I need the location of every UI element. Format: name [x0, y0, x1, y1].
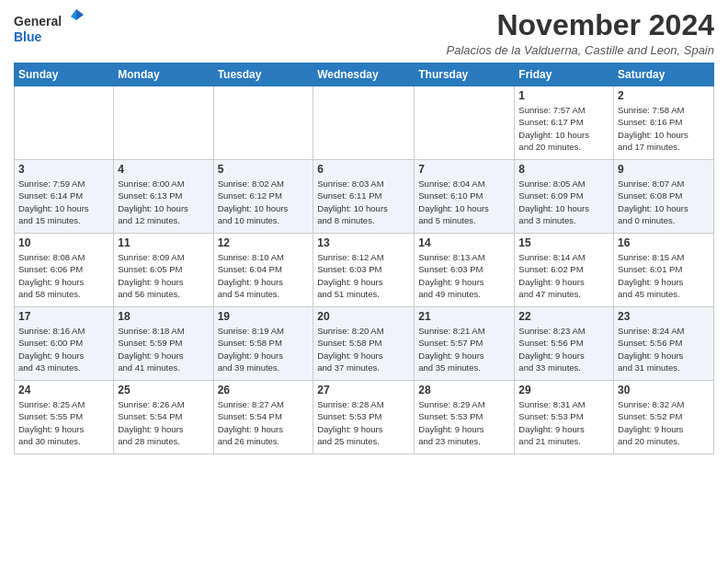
day-info: Sunrise: 8:13 AM Sunset: 6:03 PM Dayligh…	[418, 251, 510, 300]
day-number: 24	[18, 384, 109, 396]
title-block: November 2024 Palacios de la Valduerna, …	[447, 9, 715, 57]
day-info: Sunrise: 8:07 AM Sunset: 6:08 PM Dayligh…	[618, 178, 710, 226]
day-number: 28	[418, 384, 510, 396]
day-number: 3	[18, 163, 109, 176]
day-info: Sunrise: 8:03 AM Sunset: 6:11 PM Dayligh…	[317, 178, 410, 226]
day-number: 30	[618, 384, 710, 396]
calendar-day-cell: 22Sunrise: 8:23 AM Sunset: 5:56 PM Dayli…	[515, 307, 614, 381]
day-info: Sunrise: 8:15 AM Sunset: 6:01 PM Dayligh…	[618, 251, 710, 300]
day-info: Sunrise: 8:05 AM Sunset: 6:09 PM Dayligh…	[518, 178, 609, 226]
day-info: Sunrise: 8:08 AM Sunset: 6:06 PM Dayligh…	[18, 251, 109, 300]
day-info: Sunrise: 8:26 AM Sunset: 5:54 PM Dayligh…	[118, 398, 209, 447]
weekday-header: Saturday	[614, 63, 714, 86]
day-info: Sunrise: 8:25 AM Sunset: 5:55 PM Dayligh…	[18, 398, 109, 447]
day-number: 8	[518, 163, 609, 176]
day-number: 16	[618, 236, 710, 249]
day-info: Sunrise: 8:23 AM Sunset: 5:56 PM Dayligh…	[518, 325, 609, 373]
day-number: 4	[118, 163, 209, 176]
day-number: 21	[418, 310, 510, 323]
page-header: General Blue November 2024 Palacios de l…	[14, 9, 714, 57]
calendar-day-cell: 16Sunrise: 8:15 AM Sunset: 6:01 PM Dayli…	[614, 234, 714, 307]
day-number: 15	[518, 236, 609, 249]
calendar-day-cell: 28Sunrise: 8:29 AM Sunset: 5:53 PM Dayli…	[415, 381, 515, 454]
day-info: Sunrise: 8:20 AM Sunset: 5:58 PM Dayligh…	[317, 325, 410, 373]
calendar-day-cell	[114, 86, 213, 160]
weekday-header: Tuesday	[213, 63, 313, 86]
calendar-day-cell: 27Sunrise: 8:28 AM Sunset: 5:53 PM Dayli…	[313, 381, 415, 454]
logo: General Blue	[14, 9, 85, 45]
day-info: Sunrise: 8:32 AM Sunset: 5:52 PM Dayligh…	[618, 398, 710, 447]
day-number: 6	[317, 163, 410, 176]
day-info: Sunrise: 8:12 AM Sunset: 6:03 PM Dayligh…	[317, 251, 410, 300]
day-info: Sunrise: 8:04 AM Sunset: 6:10 PM Dayligh…	[418, 178, 510, 226]
calendar-day-cell: 1Sunrise: 7:57 AM Sunset: 6:17 PM Daylig…	[515, 86, 614, 160]
calendar-day-cell: 9Sunrise: 8:07 AM Sunset: 6:08 PM Daylig…	[614, 160, 714, 234]
day-info: Sunrise: 8:27 AM Sunset: 5:54 PM Dayligh…	[218, 398, 310, 447]
calendar-day-cell: 30Sunrise: 8:32 AM Sunset: 5:52 PM Dayli…	[614, 381, 714, 454]
calendar-day-cell: 13Sunrise: 8:12 AM Sunset: 6:03 PM Dayli…	[313, 234, 415, 307]
day-number: 1	[518, 89, 609, 102]
calendar-week-row: 10Sunrise: 8:08 AM Sunset: 6:06 PM Dayli…	[15, 234, 714, 307]
day-info: Sunrise: 8:10 AM Sunset: 6:04 PM Dayligh…	[218, 251, 310, 300]
day-info: Sunrise: 8:29 AM Sunset: 5:53 PM Dayligh…	[418, 398, 510, 447]
day-number: 18	[118, 310, 209, 323]
calendar-day-cell: 15Sunrise: 8:14 AM Sunset: 6:02 PM Dayli…	[515, 234, 614, 307]
day-info: Sunrise: 8:31 AM Sunset: 5:53 PM Dayligh…	[518, 398, 609, 447]
day-info: Sunrise: 8:00 AM Sunset: 6:13 PM Dayligh…	[118, 178, 209, 226]
calendar-day-cell: 18Sunrise: 8:18 AM Sunset: 5:59 PM Dayli…	[114, 307, 213, 381]
day-number: 19	[218, 310, 310, 323]
day-number: 11	[118, 236, 209, 249]
calendar-day-cell: 14Sunrise: 8:13 AM Sunset: 6:03 PM Dayli…	[415, 234, 515, 307]
calendar-day-cell	[213, 86, 313, 160]
day-number: 26	[218, 384, 310, 396]
svg-marker-0	[76, 9, 84, 20]
calendar-day-cell: 24Sunrise: 8:25 AM Sunset: 5:55 PM Dayli…	[15, 381, 114, 454]
calendar-day-cell: 5Sunrise: 8:02 AM Sunset: 6:12 PM Daylig…	[213, 160, 313, 234]
calendar-day-cell: 25Sunrise: 8:26 AM Sunset: 5:54 PM Dayli…	[114, 381, 213, 454]
calendar-day-cell: 8Sunrise: 8:05 AM Sunset: 6:09 PM Daylig…	[515, 160, 614, 234]
weekday-header: Thursday	[415, 63, 515, 86]
day-number: 12	[218, 236, 310, 249]
day-info: Sunrise: 8:09 AM Sunset: 6:05 PM Dayligh…	[118, 251, 209, 300]
day-number: 27	[317, 384, 410, 396]
calendar-day-cell	[15, 86, 114, 160]
calendar-day-cell: 11Sunrise: 8:09 AM Sunset: 6:05 PM Dayli…	[114, 234, 213, 307]
month-title: November 2024	[447, 9, 715, 41]
calendar-week-row: 3Sunrise: 7:59 AM Sunset: 6:14 PM Daylig…	[15, 160, 714, 234]
day-number: 23	[618, 310, 710, 323]
calendar-day-cell: 23Sunrise: 8:24 AM Sunset: 5:56 PM Dayli…	[614, 307, 714, 381]
day-number: 17	[18, 310, 109, 323]
weekday-header: Friday	[515, 63, 614, 86]
calendar-day-cell	[415, 86, 515, 160]
day-info: Sunrise: 7:58 AM Sunset: 6:16 PM Dayligh…	[618, 104, 710, 153]
logo-blue-text: Blue	[14, 29, 41, 44]
svg-marker-1	[71, 9, 76, 20]
calendar-day-cell	[313, 86, 415, 160]
day-info: Sunrise: 8:16 AM Sunset: 6:00 PM Dayligh…	[18, 325, 109, 373]
day-info: Sunrise: 8:18 AM Sunset: 5:59 PM Dayligh…	[118, 325, 209, 373]
calendar-day-cell: 20Sunrise: 8:20 AM Sunset: 5:58 PM Dayli…	[313, 307, 415, 381]
day-info: Sunrise: 8:19 AM Sunset: 5:58 PM Dayligh…	[218, 325, 310, 373]
calendar-day-cell: 6Sunrise: 8:03 AM Sunset: 6:11 PM Daylig…	[313, 160, 415, 234]
calendar-week-row: 24Sunrise: 8:25 AM Sunset: 5:55 PM Dayli…	[15, 381, 714, 454]
calendar-day-cell: 10Sunrise: 8:08 AM Sunset: 6:06 PM Dayli…	[15, 234, 114, 307]
calendar-day-cell: 19Sunrise: 8:19 AM Sunset: 5:58 PM Dayli…	[213, 307, 313, 381]
calendar-day-cell: 2Sunrise: 7:58 AM Sunset: 6:16 PM Daylig…	[614, 86, 714, 160]
day-number: 22	[518, 310, 609, 323]
day-info: Sunrise: 7:59 AM Sunset: 6:14 PM Dayligh…	[18, 178, 109, 226]
day-number: 10	[18, 236, 109, 249]
calendar-header-row: SundayMondayTuesdayWednesdayThursdayFrid…	[15, 63, 714, 86]
day-number: 20	[317, 310, 410, 323]
logo-flag-icon	[67, 7, 85, 26]
weekday-header: Sunday	[15, 63, 114, 86]
day-info: Sunrise: 7:57 AM Sunset: 6:17 PM Dayligh…	[518, 104, 609, 153]
calendar-week-row: 17Sunrise: 8:16 AM Sunset: 6:00 PM Dayli…	[15, 307, 714, 381]
day-info: Sunrise: 8:24 AM Sunset: 5:56 PM Dayligh…	[618, 325, 710, 373]
day-info: Sunrise: 8:14 AM Sunset: 6:02 PM Dayligh…	[518, 251, 609, 300]
day-number: 29	[518, 384, 609, 396]
day-info: Sunrise: 8:28 AM Sunset: 5:53 PM Dayligh…	[317, 398, 410, 447]
calendar-day-cell: 7Sunrise: 8:04 AM Sunset: 6:10 PM Daylig…	[415, 160, 515, 234]
calendar-day-cell: 3Sunrise: 7:59 AM Sunset: 6:14 PM Daylig…	[15, 160, 114, 234]
logo-general-text: General	[14, 14, 62, 29]
calendar-day-cell: 26Sunrise: 8:27 AM Sunset: 5:54 PM Dayli…	[213, 381, 313, 454]
